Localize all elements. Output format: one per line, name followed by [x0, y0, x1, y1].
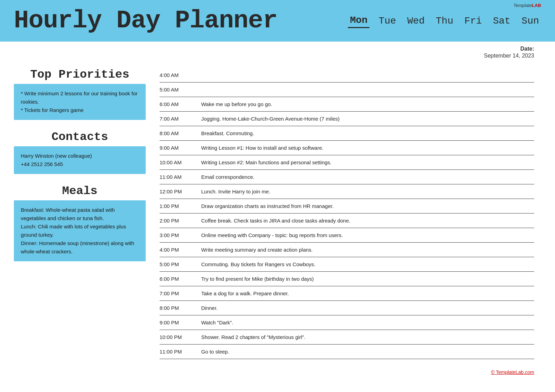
time-cell: 4:00 PM: [160, 247, 198, 253]
time-cell: 6:00 PM: [160, 276, 198, 282]
schedule-row: 10:00 PMShower. Read 2 chapters of "Myst…: [160, 330, 534, 345]
date-label: Date:: [0, 46, 534, 52]
header: Hourly Day Planner Mon Tue Wed Thu Fri S…: [0, 0, 555, 42]
event-cell: Shower. Read 2 chapters of "Mysterious g…: [198, 334, 534, 340]
schedule-row: 9:00 AMWriting Lesson #1: How to install…: [160, 141, 534, 155]
event-cell: Lunch. Invite Harry to join me.: [198, 189, 534, 194]
schedule-row: 8:00 PMDinner.: [160, 301, 534, 315]
time-cell: 7:00 PM: [160, 290, 198, 296]
schedule-row: 4:00 AM: [160, 68, 534, 82]
meals-content: Breakfast: Whole-wheat pasta salad with …: [21, 206, 139, 256]
time-cell: 5:00 PM: [160, 261, 198, 267]
schedule-row: 6:00 AMWake me up before you go go.: [160, 97, 534, 112]
sidebar: Top Priorities * Write minimum 2 lessons…: [14, 68, 146, 359]
day-tab-sat[interactable]: Sat: [491, 14, 512, 28]
schedule-row: 3:00 PMOnline meeting with Company - top…: [160, 228, 534, 243]
day-tabs: Mon Tue Wed Thu Fri Sat Sun: [348, 14, 541, 28]
time-cell: 12:00 PM: [160, 189, 198, 194]
time-cell: 2:00 PM: [160, 218, 198, 224]
event-cell: Breakfast. Commuting.: [198, 130, 534, 136]
time-cell: 9:00 PM: [160, 320, 198, 325]
event-cell: Writing Lesson #2: Main functions and pe…: [198, 159, 534, 165]
contacts-content: Harry Winston (new colleague)+44 2512 25…: [21, 152, 139, 168]
time-cell: 10:00 PM: [160, 334, 198, 340]
event-cell: Commuting. Buy tickets for Rangers vs Co…: [198, 261, 534, 267]
event-cell: Online meeting with Company - topic: bug…: [198, 232, 534, 238]
logo-area: TemplateLAB: [513, 3, 541, 8]
meals-title: Meals: [14, 184, 146, 198]
event-cell: Draw organization charts as instructed f…: [198, 203, 534, 209]
day-tab-mon[interactable]: Mon: [348, 14, 369, 28]
footer: © TemplateLab.com: [0, 366, 555, 378]
event-cell: Email correspondence.: [198, 174, 534, 180]
page-title: Hourly Day Planner: [14, 7, 278, 35]
main-content: Top Priorities * Write minimum 2 lessons…: [0, 61, 555, 366]
priorities-section: Top Priorities * Write minimum 2 lessons…: [14, 68, 146, 120]
schedule-row: 5:00 PMCommuting. Buy tickets for Ranger…: [160, 257, 534, 272]
event-cell: Go to sleep.: [198, 349, 534, 355]
schedule-row: 9:00 PMWatch "Dark".: [160, 315, 534, 330]
footer-link[interactable]: © TemplateLab.com: [491, 369, 534, 375]
event-cell: Watch "Dark".: [198, 320, 534, 325]
event-cell: Coffee break. Check tasks in JIRA and cl…: [198, 218, 534, 224]
date-value: September 14, 2023: [0, 53, 534, 59]
contacts-box: Harry Winston (new colleague)+44 2512 25…: [14, 146, 146, 174]
logo-text: TemplateLAB: [513, 3, 541, 8]
schedule-row: 7:00 AMJogging. Home-Lake-Church-Green A…: [160, 112, 534, 126]
time-cell: 10:00 AM: [160, 159, 198, 165]
schedule-row: 7:00 PMTake a dog for a walk. Prepare di…: [160, 286, 534, 301]
schedule-row: 8:00 AMBreakfast. Commuting.: [160, 126, 534, 141]
time-cell: 8:00 PM: [160, 305, 198, 311]
time-cell: 11:00 PM: [160, 349, 198, 355]
contacts-title: Contacts: [14, 130, 146, 143]
time-cell: 4:00 AM: [160, 72, 198, 78]
schedule-row: 5:00 AM: [160, 82, 534, 97]
day-tab-thu[interactable]: Thu: [434, 14, 455, 28]
priorities-content: * Write minimum 2 lessons for our traini…: [21, 89, 139, 114]
time-cell: 11:00 AM: [160, 174, 198, 180]
schedule-row: 10:00 AMWriting Lesson #2: Main function…: [160, 155, 534, 170]
meals-section: Meals Breakfast: Whole-wheat pasta salad…: [14, 184, 146, 261]
time-cell: 3:00 PM: [160, 232, 198, 238]
schedule-row: 12:00 PMLunch. Invite Harry to join me.: [160, 184, 534, 199]
time-cell: 5:00 AM: [160, 87, 198, 93]
meals-box: Breakfast: Whole-wheat pasta salad with …: [14, 200, 146, 261]
event-cell: Write meeting summary and create action …: [198, 247, 534, 253]
day-tab-fri[interactable]: Fri: [462, 14, 484, 28]
schedule-row: 6:00 PMTry to find present for Mike (bir…: [160, 272, 534, 286]
time-cell: 7:00 AM: [160, 116, 198, 122]
schedule-row: 2:00 PMCoffee break. Check tasks in JIRA…: [160, 214, 534, 228]
day-tab-wed[interactable]: Wed: [405, 14, 427, 28]
time-cell: 1:00 PM: [160, 203, 198, 209]
time-cell: 9:00 AM: [160, 145, 198, 151]
time-cell: 8:00 AM: [160, 130, 198, 136]
schedule-row: 1:00 PMDraw organization charts as instr…: [160, 199, 534, 214]
schedule-row: 4:00 PMWrite meeting summary and create …: [160, 243, 534, 257]
event-cell: Take a dog for a walk. Prepare dinner.: [198, 290, 534, 296]
event-cell: Try to find present for Mike (birthday i…: [198, 276, 534, 282]
day-tab-tue[interactable]: Tue: [376, 14, 398, 28]
event-cell: Wake me up before you go go.: [198, 101, 534, 107]
event-cell: Jogging. Home-Lake-Church-Green Avenue-H…: [198, 116, 534, 122]
priorities-box: * Write minimum 2 lessons for our traini…: [14, 84, 146, 120]
day-tab-sun[interactable]: Sun: [520, 14, 541, 28]
schedule-row: 11:00 AMEmail correspondence.: [160, 170, 534, 184]
contacts-section: Contacts Harry Winston (new colleague)+4…: [14, 130, 146, 174]
event-cell: Writing Lesson #1: How to install and se…: [198, 145, 534, 151]
priorities-title: Top Priorities: [14, 68, 146, 81]
event-cell: Dinner.: [198, 305, 534, 311]
schedule-row: 11:00 PMGo to sleep.: [160, 345, 534, 359]
schedule: 4:00 AM5:00 AM6:00 AMWake me up before y…: [160, 68, 534, 359]
time-cell: 6:00 AM: [160, 101, 198, 107]
date-section: Date: September 14, 2023: [0, 42, 555, 61]
